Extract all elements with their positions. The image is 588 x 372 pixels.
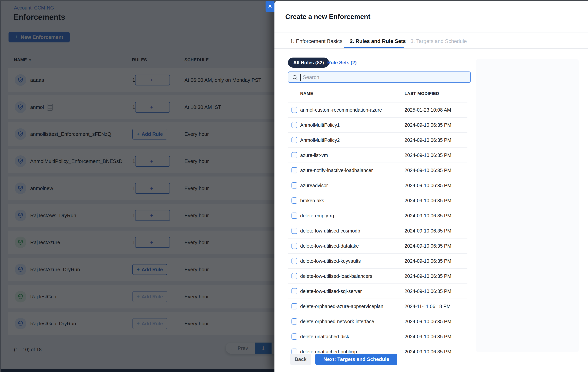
rule-last-modified: 2024-09-10 06:35 PM — [405, 284, 451, 299]
rule-row[interactable]: delete-low-utilised-keyvaults 2024-09-10… — [288, 253, 467, 268]
rule-checkbox[interactable] — [292, 107, 297, 113]
rule-name: broken-aks — [300, 193, 324, 208]
rule-name: delete-low-utilised-sql-server — [300, 284, 362, 299]
rule-last-modified: 2024-09-10 06:35 PM — [405, 329, 451, 344]
rule-row[interactable]: delete-unattached-disk 2024-09-10 06:35 … — [288, 329, 467, 344]
rule-row[interactable]: delete-low-utilised-cosmodb 2024-09-10 0… — [288, 223, 467, 238]
rule-last-modified: 2024-09-10 06:35 PM — [405, 239, 451, 253]
rule-last-modified: 2024-09-10 06:35 PM — [405, 269, 451, 284]
tab-targets-and-schedule: 3. Targets and Schedule — [410, 38, 467, 44]
rule-row[interactable]: azureadvisor 2024-09-10 06:35 PM — [288, 178, 467, 193]
rule-name: azure-list-vm — [300, 148, 328, 163]
rule-last-modified: 2025-01-23 10:08 AM — [405, 102, 451, 117]
rule-checkbox[interactable] — [292, 122, 297, 128]
tab-rules-and-rule-sets[interactable]: 2. Rules and Rule Sets — [350, 38, 406, 44]
rule-name: AnmolMultiPolicy1 — [300, 118, 340, 132]
rule-last-modified: 2024-09-10 06:35 PM — [405, 118, 451, 132]
rule-name: delete-low-utilised-load-balancers — [300, 269, 372, 284]
rule-name: delete-orphaned-azure-appserviceplan — [300, 299, 383, 314]
rule-name: delete-low-utilised-cosmodb — [300, 223, 360, 238]
rule-row[interactable]: delete-orphaned-network-interface 2024-0… — [288, 314, 467, 329]
filter-all-rules[interactable]: All Rules (82) — [288, 57, 329, 68]
modal-title: Create a new Enforcement — [285, 13, 370, 21]
rule-checkbox[interactable] — [292, 167, 297, 173]
rule-name: azureadvisor — [300, 178, 328, 193]
rule-checkbox[interactable] — [292, 213, 297, 219]
search-input[interactable] — [302, 72, 468, 83]
rule-row[interactable]: azure-notify-inactive-loadbalancer 2024-… — [288, 163, 467, 178]
rule-row[interactable]: azure-list-vm 2024-09-10 06:35 PM — [288, 147, 467, 163]
rule-checkbox[interactable] — [292, 152, 297, 158]
rule-name: delete-low-utilised-keyvaults — [300, 254, 361, 268]
preview-panel — [476, 59, 579, 352]
rule-checkbox[interactable] — [292, 318, 297, 325]
rule-row[interactable]: broken-aks 2024-09-10 06:35 PM — [288, 193, 467, 208]
title-divider — [274, 33, 588, 33]
rule-name: AnmolMultiPolicy2 — [300, 133, 340, 147]
close-button[interactable]: ✕ — [265, 0, 274, 12]
search-icon — [292, 74, 298, 81]
rule-row[interactable]: delete-low-utilised-sql-server 2024-09-1… — [288, 284, 467, 299]
create-enforcement-modal: ✕ Create a new Enforcement 1. Enforcemen… — [274, 1, 588, 372]
rule-last-modified: 2024-11-11 06:18 PM — [405, 299, 451, 314]
rule-name: delete-orphaned-network-interface — [300, 314, 374, 329]
app-screen: Account: CCM-NG Enforcements + New Enfor… — [0, 0, 588, 372]
next-button[interactable]: Next: Targets and Schedule — [315, 354, 397, 365]
rule-checkbox[interactable] — [292, 288, 297, 294]
rule-last-modified: 2024-09-10 06:35 PM — [405, 344, 451, 359]
close-icon: ✕ — [268, 3, 272, 10]
rule-row[interactable]: delete-low-utilised-load-balancers 2024-… — [288, 268, 467, 284]
window-left-edge — [0, 0, 1, 372]
rule-name: delete-unattached-disk — [300, 329, 349, 344]
rule-checkbox[interactable] — [292, 197, 297, 204]
window-top-edge — [0, 0, 588, 1]
tab-enforcement-basics[interactable]: 1. Enforcement Basics — [290, 38, 342, 44]
rule-last-modified: 2024-09-10 06:35 PM — [405, 178, 451, 193]
rule-name: delete-empty-rg — [300, 208, 334, 223]
rule-checkbox[interactable] — [292, 243, 297, 249]
rules-table: anmol-custom-recommendation-azure 2025-0… — [288, 102, 467, 359]
rule-checkbox[interactable] — [292, 273, 297, 279]
rules-column-name: NAME — [300, 91, 313, 96]
rule-row[interactable]: AnmolMultiPolicy2 2024-09-10 06:35 PM — [288, 132, 467, 147]
rule-row[interactable]: delete-empty-rg 2024-09-10 06:35 PM — [288, 208, 467, 223]
rule-last-modified: 2024-09-10 06:35 PM — [405, 223, 451, 238]
rule-checkbox[interactable] — [292, 303, 297, 309]
back-button[interactable]: Back — [290, 354, 311, 365]
text-caret — [300, 74, 301, 81]
filter-rule-sets[interactable]: Rule Sets (2) — [327, 57, 357, 68]
rule-checkbox[interactable] — [292, 182, 297, 188]
rule-checkbox[interactable] — [292, 228, 297, 234]
rule-row[interactable]: delete-orphaned-azure-appserviceplan 202… — [288, 299, 467, 314]
rule-last-modified: 2024-09-10 06:35 PM — [405, 148, 451, 163]
rules-column-modified: LAST MODIFIED — [405, 91, 439, 96]
rule-last-modified: 2024-09-10 06:35 PM — [405, 254, 451, 268]
rule-name: anmol-custom-recommendation-azure — [300, 102, 382, 117]
search-box — [288, 72, 471, 83]
rule-name: delete-low-utilised-datalake — [300, 239, 359, 253]
tabs-divider — [274, 48, 588, 49]
rule-checkbox[interactable] — [292, 137, 297, 143]
rule-last-modified: 2024-09-10 06:35 PM — [405, 314, 451, 329]
rule-row[interactable]: anmol-custom-recommendation-azure 2025-0… — [288, 102, 467, 117]
rule-checkbox[interactable] — [292, 333, 297, 340]
rule-last-modified: 2024-09-10 06:35 PM — [405, 133, 451, 147]
rule-row[interactable]: AnmolMultiPolicy1 2024-09-10 06:35 PM — [288, 117, 467, 132]
rule-name: azure-notify-inactive-loadbalancer — [300, 163, 373, 178]
rule-last-modified: 2024-09-10 06:35 PM — [405, 193, 451, 208]
rule-last-modified: 2024-09-10 06:35 PM — [405, 208, 451, 223]
rule-checkbox[interactable] — [292, 258, 297, 264]
rule-last-modified: 2024-09-10 06:35 PM — [405, 163, 451, 178]
rule-row[interactable]: delete-low-utilised-datalake 2024-09-10 … — [288, 238, 467, 253]
